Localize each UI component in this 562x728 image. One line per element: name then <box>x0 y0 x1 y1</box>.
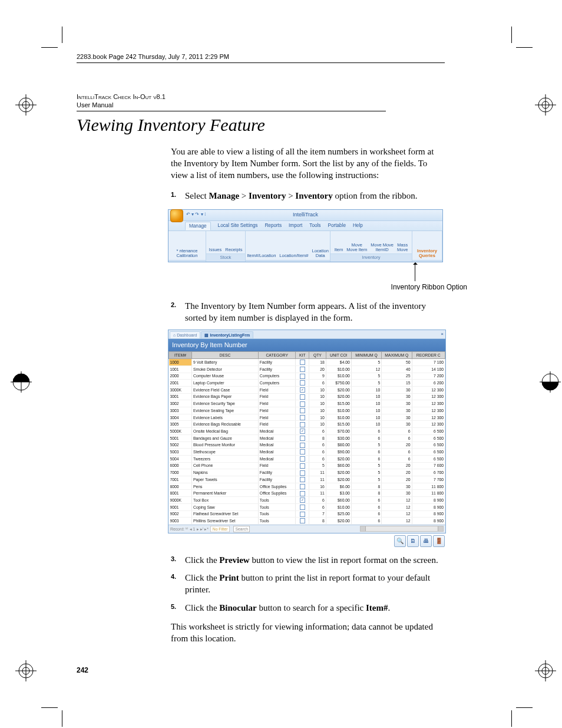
checkbox-icon[interactable] <box>300 360 305 365</box>
ribbon-tab-portable[interactable]: Portable <box>328 222 346 229</box>
ribbon-item-move[interactable]: Move Move Item <box>346 243 367 253</box>
table-row[interactable]: 9002Flathead Screwdriver SetTools7$25.00… <box>169 510 445 518</box>
checkbox-icon[interactable] <box>300 484 305 489</box>
ribbon-tab-help[interactable]: Help <box>353 222 363 229</box>
cell-kit[interactable]: ✓ <box>296 386 309 393</box>
cell-kit[interactable] <box>296 365 309 373</box>
checkbox-icon[interactable] <box>300 422 305 427</box>
exit-button[interactable]: 🚪 <box>433 535 445 547</box>
cell-kit[interactable] <box>296 483 309 490</box>
table-row[interactable]: 5004TweezersMedical6$20.00666 500 <box>169 455 445 462</box>
cell-kit[interactable] <box>296 490 309 497</box>
checkbox-icon[interactable] <box>300 443 305 448</box>
ribbon-tab-tools[interactable]: Tools <box>309 222 320 229</box>
cell-kit[interactable] <box>296 414 309 421</box>
search-input[interactable]: Search <box>233 526 250 532</box>
col-kit[interactable]: KIT <box>296 351 309 358</box>
tab-inventory-listing[interactable]: ▤InventoryListingFrm <box>201 331 253 338</box>
ribbon-item-move-id[interactable]: Move Move ItemID <box>371 243 394 253</box>
ribbon-item-issues[interactable]: Issues <box>209 248 222 252</box>
col-qty[interactable]: QTY <box>309 351 326 358</box>
table-row[interactable]: 2001Laptop ComputerComputers6$750.005156… <box>169 380 445 387</box>
table-row[interactable]: 5003StethoscopeMedical6$90.00666 500 <box>169 449 445 456</box>
col-reorder[interactable]: REORDER C <box>412 351 445 358</box>
table-row[interactable]: 8001Permanent MarkerOffice Supplies11$3.… <box>169 490 445 497</box>
table-row[interactable]: 1001Smoke DetectorFacility20$10.00124014… <box>169 365 445 373</box>
checkbox-icon[interactable] <box>300 394 305 400</box>
cell-kit[interactable] <box>296 518 309 525</box>
table-row[interactable]: 3000KEvidence Field CaseField✓10$20.0010… <box>169 386 445 393</box>
checkbox-icon[interactable] <box>300 491 305 496</box>
checkbox-icon[interactable] <box>300 470 305 476</box>
col-unit-cost[interactable]: UNIT CO! <box>326 351 351 358</box>
ribbon-tab-reports[interactable]: Reports <box>265 222 282 229</box>
ribbon-item-item[interactable]: Item <box>335 248 343 252</box>
print-button[interactable]: 🖶 <box>420 535 432 547</box>
cell-kit[interactable] <box>296 393 309 400</box>
table-row[interactable]: 5000KOnsite Medical BagMedical✓6$70.0066… <box>169 428 445 435</box>
table-row[interactable]: 3005Evidence Bags ReclosableField10$15.0… <box>169 421 445 428</box>
cell-kit[interactable] <box>296 510 309 518</box>
checkbox-icon[interactable]: ✓ <box>300 429 305 434</box>
cell-kit[interactable] <box>296 373 309 380</box>
cell-kit[interactable] <box>296 462 309 469</box>
checkbox-icon[interactable] <box>300 518 305 523</box>
table-row[interactable]: 9003Phillins Screwdriver SetTools8$20.00… <box>169 518 445 525</box>
checkbox-icon[interactable] <box>300 436 305 441</box>
cell-kit[interactable] <box>296 380 309 387</box>
checkbox-icon[interactable] <box>300 512 305 517</box>
checkbox-icon[interactable] <box>300 456 305 462</box>
table-row[interactable]: 6000Cell PhoneField5$60.005207 600 <box>169 462 445 469</box>
checkbox-icon[interactable] <box>300 374 305 379</box>
checkbox-icon[interactable] <box>300 380 305 386</box>
col-desc[interactable]: DESC <box>191 351 258 358</box>
table-row[interactable]: 10009 Volt BatteryFacility18$4.005507 10… <box>169 359 445 366</box>
cell-kit[interactable] <box>296 503 309 510</box>
checkbox-icon[interactable] <box>300 463 305 469</box>
office-orb-icon[interactable] <box>170 209 183 222</box>
quick-access-toolbar[interactable]: ↶ ▾ ↷ ▾ ⁝ <box>186 212 206 218</box>
filter-status[interactable]: No Filter <box>210 526 230 532</box>
cell-kit[interactable] <box>296 469 309 476</box>
cell-kit[interactable] <box>296 442 309 449</box>
cell-kit[interactable] <box>296 407 309 414</box>
horizontal-scrollbar[interactable] <box>360 526 444 532</box>
scroll-left-icon[interactable] <box>361 526 366 531</box>
scroll-right-icon[interactable] <box>438 526 443 531</box>
cell-kit[interactable]: ✓ <box>296 428 309 435</box>
ribbon-item[interactable]: Location Data <box>312 249 329 259</box>
cell-kit[interactable] <box>296 421 309 428</box>
cell-kit[interactable] <box>296 476 309 483</box>
table-row[interactable]: 3001Evidence Bags PaperField10$20.001030… <box>169 393 445 400</box>
checkbox-icon[interactable] <box>300 449 305 454</box>
ribbon-tab-import[interactable]: Import <box>289 222 302 229</box>
table-row[interactable]: 8000PensOffice Supplies16$6.0083011 800 <box>169 483 445 490</box>
checkbox-icon[interactable] <box>300 401 305 407</box>
table-row[interactable]: 5002Blood Pressure MonitorMedical6$80.00… <box>169 442 445 449</box>
ribbon-tab-local-site[interactable]: Local Site Settings <box>218 222 258 229</box>
ribbon-item[interactable]: * ntenanceCalibration <box>177 249 198 259</box>
ribbon-tab-manage[interactable]: Manage <box>185 222 211 230</box>
tab-dashboard[interactable]: ⌂Dashboard <box>170 331 200 338</box>
table-row[interactable]: 9000KTool BoxTools✓6$60.006128 900 <box>169 497 445 504</box>
checkbox-icon[interactable] <box>300 367 305 372</box>
table-row[interactable]: 9001Coping SawTools6$10.006128 900 <box>169 503 445 510</box>
nav-next-icon[interactable]: ▸ ▸ᴵ ▸* <box>197 526 208 532</box>
cell-kit[interactable] <box>296 400 309 407</box>
col-max[interactable]: MAXIMUM Q <box>382 351 412 358</box>
ribbon-item[interactable]: Item#/Location <box>247 253 276 258</box>
checkbox-icon[interactable] <box>300 408 305 413</box>
table-row[interactable]: 7001Paper TowelsFacility11$20.005207 700 <box>169 476 445 483</box>
col-min[interactable]: MINIMUM Q <box>351 351 381 358</box>
cell-kit[interactable]: ✓ <box>296 497 309 504</box>
checkbox-icon[interactable]: ✓ <box>300 498 305 503</box>
col-category[interactable]: CATEGORY <box>258 351 296 358</box>
cell-kit[interactable] <box>296 359 309 366</box>
cell-kit[interactable] <box>296 455 309 462</box>
table-row[interactable]: 5001Bandages and GauzeMedical8$30.00666 … <box>169 434 445 442</box>
table-row[interactable]: 2000Computer MouseComputers9$10.005257 2… <box>169 373 445 380</box>
ribbon-item-inventory-queries[interactable]: Inventory Queries <box>415 249 439 259</box>
close-icon[interactable]: × <box>441 331 444 338</box>
checkbox-icon[interactable] <box>300 505 305 510</box>
cell-kit[interactable] <box>296 434 309 442</box>
